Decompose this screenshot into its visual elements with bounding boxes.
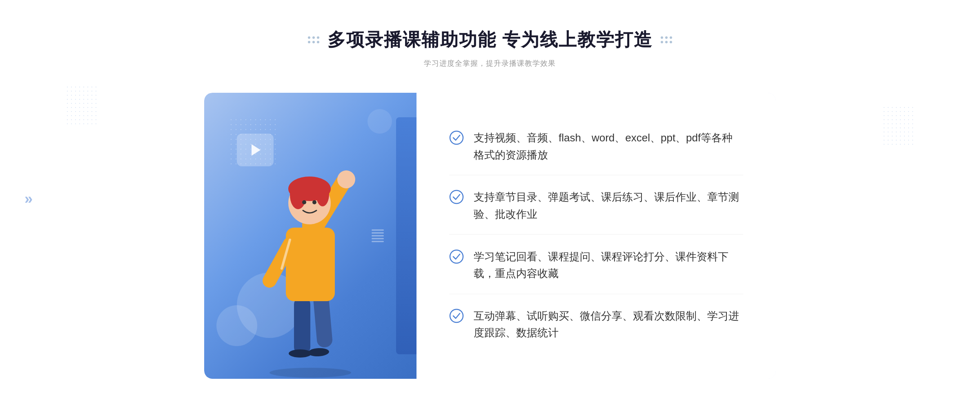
left-chevron-icon: » bbox=[24, 190, 33, 208]
svg-point-14 bbox=[312, 200, 316, 204]
page-wrapper: » 多项录播课辅助功能 专为线上教学打造 学习进度全掌握，提升录播课教学效果 bbox=[0, 3, 980, 395]
svg-point-17 bbox=[450, 131, 463, 144]
svg-point-20 bbox=[450, 309, 463, 322]
title-row: 多项录播课辅助功能 专为线上教学打造 bbox=[308, 28, 672, 52]
check-icon-2 bbox=[449, 190, 464, 204]
features-side: 支持视频、音频、flash、word、excel、ppt、pdf等各种格式的资源… bbox=[416, 93, 776, 379]
svg-point-12 bbox=[316, 182, 329, 206]
check-icon-1 bbox=[449, 130, 464, 145]
circle-decoration-2 bbox=[368, 109, 392, 134]
illustration-side bbox=[204, 93, 416, 379]
check-icon-4 bbox=[449, 309, 464, 323]
svg-point-19 bbox=[450, 250, 463, 263]
feature-item-1: 支持视频、音频、flash、word、excel、ppt、pdf等各种格式的资源… bbox=[449, 118, 743, 175]
feature-text-2: 支持章节目录、弹题考试、课后练习、课后作业、章节测验、批改作业 bbox=[474, 189, 743, 223]
svg-point-4 bbox=[308, 347, 330, 357]
blue-accent-panel bbox=[396, 117, 416, 354]
feature-text-4: 互动弹幕、试听购买、微信分享、观看次数限制、学习进度跟踪、数据统计 bbox=[474, 308, 743, 342]
svg-point-0 bbox=[270, 368, 351, 378]
feature-text-1: 支持视频、音频、flash、word、excel、ppt、pdf等各种格式的资源… bbox=[474, 130, 743, 163]
person-illustration bbox=[245, 142, 376, 379]
header-dots-left bbox=[308, 36, 319, 43]
svg-rect-1 bbox=[294, 297, 310, 354]
svg-point-13 bbox=[302, 200, 306, 204]
decorative-dots-left bbox=[65, 85, 98, 126]
header-section: 多项录播课辅助功能 专为线上教学打造 学习进度全掌握，提升录播课教学效果 bbox=[308, 28, 672, 68]
content-area: 支持视频、音频、flash、word、excel、ppt、pdf等各种格式的资源… bbox=[204, 93, 776, 379]
svg-point-11 bbox=[290, 181, 306, 209]
feature-item-2: 支持章节目录、弹题考试、课后练习、课后作业、章节测验、批改作业 bbox=[449, 177, 743, 235]
feature-item-3: 学习笔记回看、课程提问、课程评论打分、课件资料下载，重点内容收藏 bbox=[449, 237, 743, 294]
svg-point-18 bbox=[450, 190, 463, 203]
decorative-dots-right bbox=[882, 105, 915, 146]
main-title: 多项录播课辅助功能 专为线上教学打造 bbox=[327, 28, 653, 52]
svg-point-15 bbox=[337, 170, 355, 188]
feature-item-4: 互动弹幕、试听购买、微信分享、观看次数限制、学习进度跟踪、数据统计 bbox=[449, 296, 743, 353]
subtitle: 学习进度全掌握，提升录播课教学效果 bbox=[424, 58, 556, 68]
header-dots-right bbox=[661, 36, 672, 43]
feature-text-3: 学习笔记回看、课程提问、课程评论打分、课件资料下载，重点内容收藏 bbox=[474, 248, 743, 282]
check-icon-3 bbox=[449, 249, 464, 264]
